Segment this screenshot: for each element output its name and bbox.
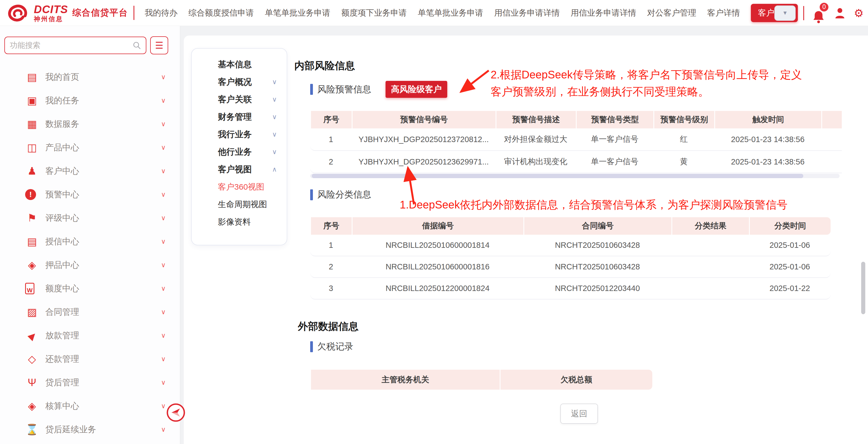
sidebar-item[interactable]: ▨ 合同管理 ∨ <box>0 300 180 324</box>
table-row[interactable]: 2 NRCBILL2025010600001816 NRCHT202501060… <box>310 256 831 278</box>
external-data-heading: 外部数据信息 <box>298 320 359 333</box>
chevron-icon: ∨ <box>272 148 277 156</box>
column-header: 预警信号描述 <box>496 111 576 128</box>
notifications-button[interactable]: 0 <box>812 4 826 23</box>
chevron-down-icon: ∨ <box>161 402 166 410</box>
submenu-item[interactable]: 客户关联 ∨ <box>192 91 287 108</box>
classify-section-title: 风险分类信息 <box>317 188 371 201</box>
cell-seq: 1 <box>310 128 352 150</box>
chevron-down-icon: ∨ <box>161 426 166 433</box>
submenu-item[interactable]: 基本信息 <box>192 56 287 73</box>
annotation-1: 1.DeepSeek依托内外部数据信息，结合预警信号体系，为客户探测风险预警信号 <box>400 196 826 213</box>
sidebar-item-label: 我的任务 <box>45 95 161 106</box>
sidebar-item[interactable]: ▤ 授信中心 ∨ <box>0 230 180 253</box>
column-header: 分类结果 <box>672 217 749 235</box>
sidebar-item[interactable]: ! 预警中心 ∨ <box>0 183 180 206</box>
table-row[interactable]: 1 YJBHYJXH_DGP20250123720812... 对外担保金额过大… <box>310 128 842 151</box>
vertical-scrollbar-thumb[interactable] <box>861 262 865 314</box>
column-header: 分类时间 <box>749 217 831 235</box>
chevron-icon: ∨ <box>272 78 277 86</box>
sidebar-item-label: 合同管理 <box>45 306 161 318</box>
chevron-icon: ∨ <box>272 130 277 138</box>
column-header: 序号 <box>310 111 352 128</box>
left-sidebar: ☰ ▤ 我的首页 ∨ ▣ 我的任务 ∨ ▦ 数据服务 ∨ <box>0 26 180 444</box>
sidebar-item[interactable]: Ψ 贷后管理 ∨ <box>0 371 180 394</box>
table-row[interactable]: 1 NRCBILL2025010600001814 NRCHT202501060… <box>310 235 831 256</box>
submenu-item-label: 客户视图 <box>218 164 272 175</box>
collapse-menu-icon[interactable]: ☰ <box>150 36 168 54</box>
sidebar-item-label: 放款管理 <box>45 330 161 341</box>
sidebar-item[interactable]: ◈ 押品中心 ∨ <box>0 253 180 277</box>
cell-bill-no: NRCBILL2025010600001814 <box>352 235 523 256</box>
table-row[interactable]: 2 YJBHYJXH_DGP20250123629971... 审计机构出现变化… <box>310 151 842 173</box>
sidebar-item[interactable]: ◇ 还款管理 ∨ <box>0 347 180 371</box>
submenu-item[interactable]: 财务管理 ∨ <box>192 108 287 126</box>
sidebar-item[interactable]: ◈ 核算中心 ∨ <box>0 394 180 418</box>
sidebar-item[interactable]: ⌛ 贷后延续业务 ∨ <box>0 418 180 441</box>
settings-gear-icon[interactable]: ⚙ <box>854 8 864 19</box>
sidebar-item[interactable]: ▣ 我的任务 ∨ <box>0 89 180 112</box>
submenu-item-label: 财务管理 <box>218 111 272 123</box>
sidebar-item-icon: ▦ <box>25 119 39 129</box>
chevron-down-icon: ∨ <box>161 332 166 339</box>
cell-signal-desc: 对外担保金额过大 <box>496 128 576 150</box>
back-button[interactable]: 返回 <box>560 404 598 424</box>
internal-risk-heading: 内部风险信息 <box>294 59 355 73</box>
column-header: 借据编号 <box>352 217 523 235</box>
chevron-icon: ∨ <box>272 113 277 121</box>
chevron-down-icon: ∨ <box>161 191 166 198</box>
logo-divider <box>133 6 134 20</box>
sidebar-item[interactable]: ▤ 我的首页 ∨ <box>0 65 180 89</box>
sidebar-item[interactable]: ◫ 产品中心 ∨ <box>0 136 180 159</box>
submenu-item[interactable]: 客户视图 ∧ <box>192 161 287 178</box>
top-nav-item[interactable]: 对公客户管理 <box>647 7 696 19</box>
risk-warning-table: 序号预警信号编号预警信号描述预警信号类型预警信号级别触发时间信 1 YJBHYJ… <box>310 111 842 174</box>
top-nav-item[interactable]: 用信业务申请详情 <box>571 7 636 19</box>
sidebar-item[interactable]: ▶ 放款管理 ∨ <box>0 324 180 347</box>
chevron-down-icon: ∨ <box>161 214 166 222</box>
top-nav-item[interactable]: 额度项下业务申请 <box>341 7 407 19</box>
submenu-item[interactable]: 影像资料 <box>192 213 287 231</box>
sidebar-item-label: 客户中心 <box>45 165 161 177</box>
submenu-item-label: 客户概况 <box>218 76 272 88</box>
sidebar-collapse-button[interactable] <box>165 402 186 423</box>
top-header: DCITS 神州信息 综合信贷平台 我的待办综合额度授信申请单笔单批业务申请额度… <box>0 0 868 26</box>
submenu-item-label: 他行业务 <box>218 146 272 158</box>
sidebar-item[interactable]: ♟ 客户中心 ∨ <box>0 159 180 183</box>
horizontal-scrollbar[interactable] <box>310 174 840 178</box>
user-profile-icon[interactable] <box>834 6 846 20</box>
table-row[interactable]: 3 NRCBILL2025012200001824 NRCHT202501220… <box>310 278 831 299</box>
top-nav-item[interactable]: 用信业务申请详情 <box>494 7 560 19</box>
top-nav-item[interactable]: 单笔单批业务申请 <box>265 7 330 19</box>
cell-signal-no: YJBHYJXH_DGP20250123629971... <box>352 151 496 173</box>
sidebar-item-icon: ▶ <box>24 327 40 344</box>
submenu-item[interactable]: 生命周期视图 <box>192 196 287 213</box>
top-nav-item[interactable]: 我的待办 <box>145 7 178 19</box>
submenu-item[interactable]: 客户概况 ∨ <box>192 73 287 91</box>
main-content-card: 基本信息 客户概况 ∨ 客户关联 ∨ 财务管理 ∨ <box>184 35 868 444</box>
search-input[interactable] <box>10 41 133 50</box>
submenu-item[interactable]: 客户360视图 <box>192 178 287 196</box>
chevron-down-icon: ∨ <box>161 285 166 292</box>
submenu-item[interactable]: 他行业务 ∨ <box>192 143 287 161</box>
section-accent-bar <box>310 189 313 200</box>
tab-overflow-dropdown-button[interactable]: ▼ <box>774 5 796 21</box>
brand-logo: DCITS 神州信息 综合信贷平台 <box>5 3 134 23</box>
column-header: 欠税总额 <box>500 370 652 390</box>
cell-seq: 1 <box>310 235 352 256</box>
top-nav-item[interactable]: 单笔单批业务申请 <box>418 7 483 19</box>
submenu-item[interactable]: 我行业务 ∨ <box>192 126 287 143</box>
top-nav-item[interactable]: 综合额度授信申请 <box>188 7 254 19</box>
sidebar-item[interactable]: ⚑ 评级中心 ∨ <box>0 206 180 230</box>
cell-seq: 2 <box>310 151 352 173</box>
horizontal-scrollbar-thumb[interactable] <box>312 174 803 178</box>
sidebar-item[interactable]: ▦ 数据服务 ∨ <box>0 112 180 136</box>
chevron-down-icon: ∨ <box>161 144 166 151</box>
top-nav-item[interactable]: 客户详情 <box>707 7 740 19</box>
chevron-down-icon: ∨ <box>161 120 166 128</box>
credit-platform-app: DCITS 神州信息 综合信贷平台 我的待办综合额度授信申请单笔单批业务申请额度… <box>0 0 868 444</box>
sidebar-item[interactable]: W 额度中心 ∨ <box>0 277 180 300</box>
chevron-down-icon: ∨ <box>161 167 166 175</box>
classification-table-body: 1 NRCBILL2025010600001814 NRCHT202501060… <box>310 235 831 299</box>
sidebar-item-icon: ▨ <box>25 307 39 317</box>
